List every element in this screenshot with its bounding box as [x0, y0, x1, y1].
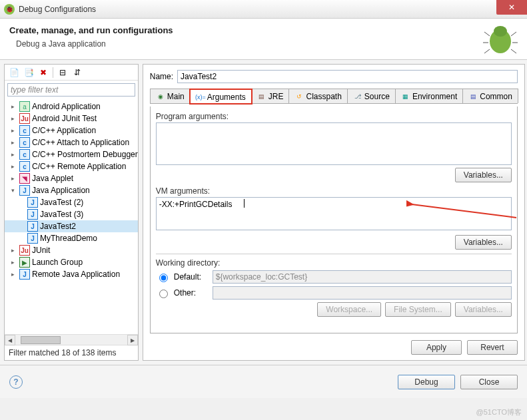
program-args-variables-button[interactable]: Variables... [455, 168, 512, 182]
wd-default-value [213, 270, 512, 284]
tab-source[interactable]: ⎇Source [347, 89, 396, 103]
working-directory-label: Working directory: [156, 258, 512, 268]
filter-config-button[interactable]: ⇵ [71, 66, 84, 79]
close-button[interactable]: Close [460, 375, 518, 389]
wd-variables-button[interactable]: Variables... [455, 302, 512, 317]
wd-other-label: Other: [174, 288, 209, 298]
program-arguments-label: Program arguments: [156, 112, 512, 121]
window-title: Debug Configurations [19, 5, 96, 14]
debug-button[interactable]: Debug [398, 375, 455, 389]
name-input[interactable] [177, 70, 518, 83]
tab-common[interactable]: ▤Common [462, 89, 518, 103]
tree-item[interactable]: ▸JuAndroid JUnit Test [5, 112, 138, 124]
tree-item[interactable]: ▸◥Java Applet [5, 172, 138, 184]
tree-item[interactable]: ▸JuJUnit [5, 244, 138, 256]
filter-input[interactable]: type filter text [7, 83, 135, 97]
page-title: Create, manage, and run configurations [9, 25, 518, 35]
window-close-button[interactable]: ✕ [496, 0, 527, 15]
tree-horizontal-scrollbar[interactable]: ◀▶ [5, 334, 138, 345]
tree-item[interactable]: JMyThreadDemo [5, 232, 138, 244]
delete-config-button[interactable]: ✖ [37, 66, 50, 79]
wd-other-value [213, 286, 512, 300]
program-arguments-textarea[interactable] [156, 122, 512, 165]
config-tree[interactable]: ▸aAndroid Application▸JuAndroid JUnit Te… [5, 99, 138, 334]
tab-jre[interactable]: ▤JRE [251, 89, 290, 103]
wd-workspace-button[interactable]: Workspace... [317, 302, 381, 317]
bug-icon: 🐞 [4, 4, 15, 15]
tree-item[interactable]: ▾JJava Application [5, 184, 138, 196]
vm-args-variables-button[interactable]: Variables... [455, 235, 512, 250]
wd-default-radio[interactable] [159, 274, 168, 282]
tree-item[interactable]: ▸cC/C++ Remote Application [5, 160, 138, 172]
svg-line-7 [511, 49, 516, 53]
help-button[interactable]: ? [9, 375, 23, 389]
tree-item[interactable]: JJavaTest (2) [5, 196, 138, 208]
tree-item[interactable]: ▸▶Launch Group [5, 256, 138, 268]
tab-arguments[interactable]: (x)=Arguments [190, 89, 252, 104]
wd-filesystem-button[interactable]: File System... [385, 302, 451, 317]
tree-item[interactable]: ▸aAndroid Application [5, 101, 138, 112]
tab-environment[interactable]: ▦Environment [395, 89, 463, 103]
tab-classpath[interactable]: ↺Classpath [288, 89, 347, 103]
page-subtitle: Debug a Java application [9, 39, 518, 49]
duplicate-config-button[interactable]: 📑 [22, 66, 35, 79]
apply-button[interactable]: Apply [411, 340, 462, 355]
svg-line-6 [484, 49, 490, 53]
tree-item[interactable]: ▸cC/C++ Postmortem Debugger [5, 148, 138, 160]
wd-default-label: Default: [174, 272, 209, 282]
svg-line-2 [484, 32, 490, 36]
svg-point-1 [494, 26, 507, 37]
text-cursor [244, 199, 245, 208]
revert-button[interactable]: Revert [467, 340, 518, 355]
tree-item[interactable]: JJavaTest2 [5, 220, 138, 232]
tree-item[interactable]: ▸cC/C++ Application [5, 124, 138, 136]
vm-arguments-label: VM arguments: [156, 186, 512, 196]
tree-item[interactable]: ▸cC/C++ Attach to Application [5, 136, 138, 148]
svg-line-3 [511, 32, 516, 36]
tree-item[interactable]: ▸JRemote Java Application [5, 268, 138, 280]
filter-status: Filter matched 18 of 138 items [5, 345, 138, 360]
new-config-button[interactable]: 📄 [7, 66, 21, 79]
tree-item[interactable]: JJavaTest (3) [5, 208, 138, 220]
collapse-all-button[interactable]: ⊟ [56, 66, 69, 79]
header-bug-icon [483, 23, 518, 56]
watermark: @51CTO博客 [476, 407, 522, 417]
vm-arguments-textarea[interactable]: -XX:+PrintGCDetails [156, 197, 512, 230]
name-label: Name: [150, 72, 173, 81]
wd-other-radio[interactable] [159, 290, 168, 298]
tab-main[interactable]: ◉Main [150, 89, 191, 103]
